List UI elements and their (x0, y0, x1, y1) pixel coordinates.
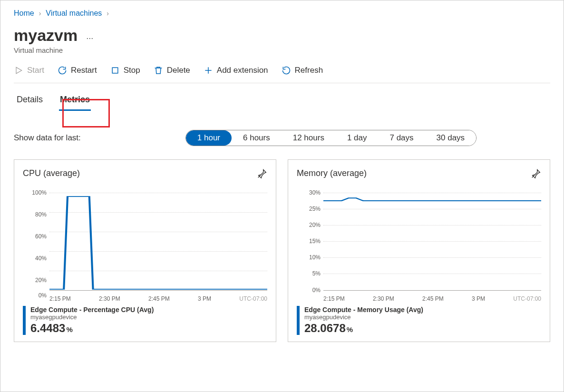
command-bar: Start Restart Stop Delete Add extension … (14, 65, 550, 83)
mem-timezone: UTC-07:00 (513, 295, 541, 302)
restart-button[interactable]: Restart (58, 65, 97, 76)
memory-legend-name: Edge Compute - Memory Usage (Avg) (304, 306, 423, 314)
time-range-selector: 1 hour 6 hours 12 hours 1 day 7 days 30 … (185, 130, 476, 146)
time-range-1d[interactable]: 1 day (336, 130, 379, 146)
time-range-30d[interactable]: 30 days (425, 130, 476, 146)
time-range-12h[interactable]: 12 hours (282, 130, 336, 146)
memory-line-series (323, 193, 541, 290)
chevron-right-icon: › (39, 10, 41, 17)
tab-details[interactable]: Details (16, 92, 44, 111)
cpu-line-series (49, 193, 267, 290)
cpu-timezone: UTC-07:00 (239, 295, 267, 302)
mem-xtick: 3 PM (472, 295, 485, 302)
mem-ytick: 30% (309, 189, 321, 196)
pin-memory-button[interactable] (529, 167, 543, 182)
more-actions-button[interactable]: ··· (86, 33, 93, 45)
breadcrumb: Home › Virtual machines › (14, 9, 550, 18)
mem-xtick: 2:30 PM (373, 295, 394, 302)
breadcrumb-virtual-machines[interactable]: Virtual machines (46, 9, 102, 18)
cpu-ytick: 40% (35, 255, 47, 262)
refresh-button[interactable]: Refresh (282, 65, 323, 76)
cpu-xtick: 2:30 PM (99, 295, 120, 302)
memory-card-title: Memory (average) (297, 168, 541, 178)
cpu-ytick: 80% (35, 211, 47, 218)
time-range-7d[interactable]: 7 days (378, 130, 425, 146)
cpu-card-title: CPU (average) (23, 168, 267, 178)
cpu-chart: 100% 80% 60% 40% 20% 0% 2:15 PM 2:30 PM (23, 193, 267, 302)
pin-icon (257, 168, 267, 179)
stop-icon (110, 66, 120, 75)
chevron-right-icon: › (107, 10, 109, 17)
mem-ytick: 20% (309, 222, 321, 228)
cpu-metric-card: CPU (average) 100% 80% 60% 40% 20% 0% (14, 159, 276, 342)
refresh-icon (282, 66, 291, 75)
mem-xtick: 2:15 PM (323, 295, 345, 302)
memory-xaxis: 2:15 PM 2:30 PM 2:45 PM 3 PM UTC-07:00 (323, 295, 541, 302)
mem-ytick: 15% (309, 238, 321, 245)
cpu-xtick: 2:15 PM (49, 295, 71, 302)
resource-type-label: Virtual machine (14, 46, 550, 54)
legend-color-bar (297, 306, 300, 335)
cpu-legend-name: Edge Compute - Percentage CPU (Avg) (30, 306, 154, 314)
mem-ytick: 5% (312, 270, 321, 277)
time-range-label: Show data for last: (14, 133, 81, 143)
plus-icon (204, 66, 213, 75)
cpu-current-value: 6.4483% (30, 322, 154, 335)
play-icon (14, 66, 23, 75)
trash-icon (154, 66, 163, 75)
legend-color-bar (23, 306, 26, 335)
tab-metrics[interactable]: Metrics (59, 92, 91, 111)
cpu-xtick: 3 PM (198, 295, 211, 302)
svg-rect-1 (112, 68, 118, 73)
cpu-legend: Edge Compute - Percentage CPU (Avg) myas… (23, 306, 267, 335)
mem-ytick: 0% (312, 287, 321, 294)
delete-button[interactable]: Delete (154, 65, 190, 76)
mem-xtick: 2:45 PM (422, 295, 444, 302)
memory-current-value: 28.0678% (304, 322, 423, 335)
cpu-ytick: 0% (39, 292, 47, 299)
page-title: myazvm (14, 26, 78, 45)
start-button: Start (14, 65, 44, 76)
breadcrumb-home[interactable]: Home (14, 9, 34, 18)
mem-ytick: 25% (309, 206, 321, 212)
time-range-1h[interactable]: 1 hour (186, 130, 232, 146)
cpu-ytick: 60% (35, 233, 47, 240)
cpu-ytick: 20% (35, 277, 47, 284)
mem-ytick: 10% (309, 254, 321, 261)
svg-marker-0 (16, 67, 22, 73)
cpu-xaxis: 2:15 PM 2:30 PM 2:45 PM 3 PM UTC-07:00 (49, 295, 267, 302)
cpu-legend-device: myasegpudevice (30, 314, 154, 321)
cpu-ytick: 100% (32, 189, 47, 196)
add-extension-button[interactable]: Add extension (204, 65, 268, 76)
memory-legend: Edge Compute - Memory Usage (Avg) myaseg… (297, 306, 541, 335)
memory-metric-card: Memory (average) 30% 25% 20% 15% 10% 5% … (288, 159, 550, 342)
cpu-xtick: 2:45 PM (148, 295, 170, 302)
tab-bar: Details Metrics (16, 92, 550, 111)
restart-icon (58, 66, 67, 75)
stop-button[interactable]: Stop (110, 65, 140, 76)
memory-chart: 30% 25% 20% 15% 10% 5% 0% 2:15 PM (297, 193, 541, 302)
pin-icon (531, 168, 541, 179)
pin-cpu-button[interactable] (255, 167, 269, 182)
time-range-6h[interactable]: 6 hours (232, 130, 282, 146)
memory-legend-device: myasegpudevice (304, 314, 423, 321)
